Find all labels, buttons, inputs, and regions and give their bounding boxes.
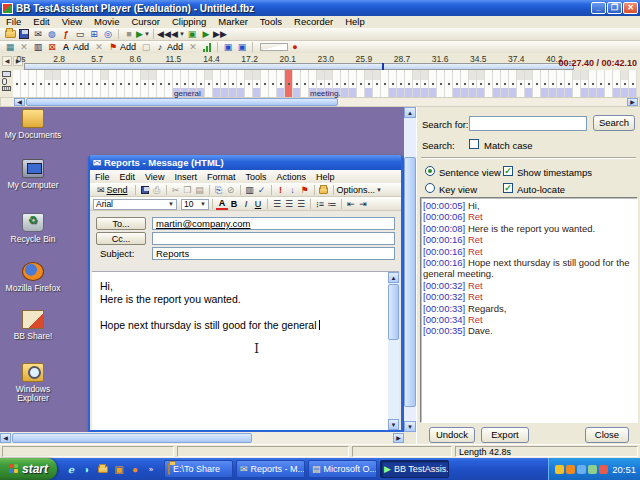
minimize-button[interactable]: _ [591,2,606,14]
strip-cell[interactable] [125,88,133,97]
strip-cell[interactable] [405,80,413,88]
strip-cell[interactable] [237,70,245,80]
transcript-line[interactable]: [00:00:06] Ret [423,211,636,222]
strip-cell[interactable] [517,80,525,88]
strip-cell[interactable] [349,80,357,88]
viewer-horizontal-scrollbar[interactable]: ◀ ▶ [0,432,404,444]
menu-item-actions[interactable]: Actions [271,171,311,183]
strip-cell[interactable] [501,80,509,88]
strip-cell[interactable] [621,80,629,88]
menu-item-clipping[interactable]: Clipping [166,16,212,28]
search-input[interactable] [469,116,587,131]
strip-cell[interactable] [541,88,549,97]
to-field[interactable]: martin@company.com [152,217,395,230]
taskbar-task-e-to-share[interactable]: E:\To Share [164,460,233,478]
strip-cell[interactable] [493,80,501,88]
strip-cell[interactable] [357,88,365,97]
strip-cell[interactable] [533,70,541,80]
strip-cell[interactable] [13,80,21,88]
restore-button[interactable]: ❐ [607,2,622,14]
strip-cell[interactable] [437,80,445,88]
strip-cell[interactable] [61,88,69,97]
strip-cell[interactable] [501,88,509,97]
strip-cell[interactable] [149,70,157,80]
strip-cell[interactable] [605,70,613,80]
viewer-vertical-scrollbar[interactable]: ▲ ▼ [404,107,416,432]
strip-cell[interactable] [493,88,501,97]
strip-cell[interactable] [621,70,629,80]
strip-cell[interactable] [461,88,469,97]
strip-cell[interactable] [541,70,549,80]
prev-frame-icon[interactable]: ◀▼ [171,28,185,40]
strip-cell[interactable] [533,80,541,88]
audio-level-icon[interactable] [200,41,214,53]
transcript-line[interactable]: [00:00:32] Ret [423,291,636,302]
seek-bar[interactable] [24,63,574,70]
strip-cell[interactable] [437,70,445,80]
strip-cell[interactable] [397,70,405,80]
window-small-icon[interactable]: ▣ [221,41,235,53]
address-book-icon[interactable]: ▥ [244,184,256,196]
transcript-line[interactable]: [00:00:35] Dave. [423,325,636,336]
strip-cell[interactable] [629,88,637,97]
strip-cell[interactable] [61,70,69,80]
strip-scroll-thumb[interactable] [26,98,338,106]
security-tray-icon[interactable] [599,465,608,474]
match-case-checkbox[interactable] [469,139,479,149]
undock-button[interactable]: Undock [429,427,475,443]
chevron-icon[interactable]: » [145,463,157,475]
strip-cell[interactable] [173,70,181,80]
strip-cell[interactable] [517,70,525,80]
folder-icon[interactable] [318,184,330,196]
viewer-vscroll-thumb[interactable] [404,157,416,407]
strip-cell[interactable] [357,80,365,88]
strip-cell[interactable] [565,80,573,88]
strip-cell[interactable] [229,70,237,80]
strip-cell[interactable] [109,70,117,80]
play-icon[interactable]: ▶▼ [136,28,150,40]
delete-clip-icon[interactable]: ✕ [17,41,31,53]
close-panel-button[interactable]: Close [585,427,629,443]
strip-cell[interactable] [341,70,349,80]
strip-cell[interactable] [477,80,485,88]
strip-cell[interactable] [525,80,533,88]
search-button[interactable]: Search [593,115,635,131]
window-large-icon[interactable]: ▣ [235,41,249,53]
strip-cell[interactable] [109,80,117,88]
strip-cell[interactable] [237,80,245,88]
strip-cell[interactable] [69,80,77,88]
strip-cell[interactable] [405,88,413,97]
strip-cell[interactable] [101,88,109,97]
importance-low-icon[interactable]: ↓ [287,184,299,196]
strip-cell[interactable] [13,88,21,97]
current-frame-icon[interactable]: ▣ [185,28,199,40]
strip-cell[interactable] [13,70,21,80]
strip-cell[interactable] [365,70,373,80]
strip-cell[interactable] [205,80,213,88]
strip-cell[interactable] [565,88,573,97]
strip-cell[interactable] [237,88,245,97]
strip-cell[interactable] [253,88,261,97]
email-scroll-down-icon[interactable]: ▼ [388,419,399,430]
strip-cell[interactable] [133,80,141,88]
strip-cell[interactable] [309,70,317,80]
strip-cell[interactable] [221,70,229,80]
to-button[interactable]: To... [96,217,146,230]
remove-text-icon[interactable]: ✕ [92,41,106,53]
strip-cell[interactable] [45,88,53,97]
add-audio-icon[interactable]: ♪ [153,41,167,53]
strip-cell[interactable] [485,80,493,88]
strip-cell[interactable] [37,70,45,80]
underline-icon[interactable]: U [252,198,264,210]
strip-cell[interactable] [389,70,397,80]
strip-cell[interactable] [21,88,29,97]
strip-cell[interactable] [309,80,317,88]
strip-cell[interactable] [77,80,85,88]
strip-cell[interactable] [141,70,149,80]
app-quick-icon[interactable]: ▣ [113,463,125,475]
strip-cell[interactable] [605,80,613,88]
strip-scroll-right-icon[interactable]: ▶ [627,98,638,106]
strip-cell[interactable] [461,70,469,80]
transcript-line[interactable]: [00:00:33] Regards, [423,303,636,314]
desktop-icon-mozilla-firefox[interactable]: Mozilla Firefox [4,262,62,293]
